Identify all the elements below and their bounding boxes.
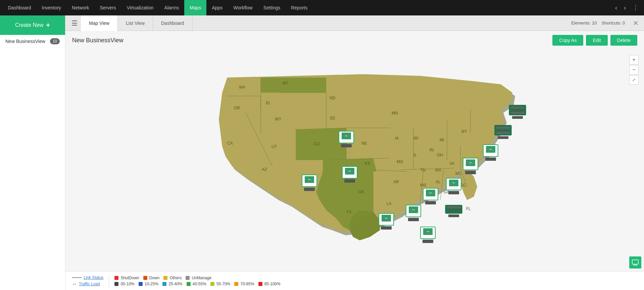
content-area: ☰ Map View List View Dashboard Elements:… <box>65 15 644 290</box>
svg-text:•••: ••• <box>348 170 351 172</box>
svg-text:UT: UT <box>271 144 277 149</box>
svg-text:•••: ••• <box>429 192 432 194</box>
sidebar: Create New + New BusinessView 10 <box>0 15 65 290</box>
zoom-fit-button[interactable]: ⤢ <box>629 75 639 85</box>
nav-servers[interactable]: Servers <box>94 0 121 15</box>
svg-text:•••: ••• <box>308 178 311 181</box>
top-navigation: Dashboard Inventory Network Servers Virt… <box>0 0 644 15</box>
shortcuts-count: 0 <box>623 20 625 26</box>
down-dot <box>143 276 147 280</box>
nav-settings[interactable]: Settings <box>258 0 286 15</box>
svg-text:•••: ••• <box>452 182 455 184</box>
svg-text:AL: AL <box>436 180 441 184</box>
unmanage-label: UnManage <box>192 276 211 280</box>
svg-text:IA: IA <box>395 136 399 141</box>
svg-text:IN: IN <box>430 148 434 152</box>
svg-text:KS: KS <box>365 161 370 166</box>
nav-dashboard[interactable]: Dashboard <box>3 0 37 15</box>
nav-reports[interactable]: Reports <box>286 0 313 15</box>
traffic-0-dot <box>114 282 118 286</box>
svg-text:•••: ••• <box>469 161 472 164</box>
tab-map-view[interactable]: Map View <box>81 15 118 31</box>
others-dot <box>163 276 167 280</box>
svg-text:•••: ••• <box>489 148 492 150</box>
traffic-5-dot <box>234 282 238 286</box>
svg-text:NE: NE <box>361 141 367 146</box>
nav-menu-button[interactable]: ⋮ <box>630 3 641 13</box>
zoom-in-button[interactable]: + <box>629 55 639 64</box>
legend-link-status: Link Status ↔ Traffic Load <box>72 275 103 287</box>
legend-status-col: ShutDown Down Others UnManage 00-10% 10-… <box>114 276 280 286</box>
map-title: New BusinessView <box>72 37 123 44</box>
svg-rect-102 <box>496 127 510 129</box>
nav-forward-button[interactable]: › <box>621 3 629 13</box>
svg-text:CO: CO <box>314 142 320 146</box>
map-header: New BusinessView Copy As Edit Delete <box>65 31 644 48</box>
map-container[interactable]: WA OR CA ID MT WY UT CO AZ SD ND NE KS O… <box>65 48 644 271</box>
shutdown-label: ShutDown <box>120 276 139 280</box>
nav-inventory[interactable]: Inventory <box>37 0 67 15</box>
legend-arrow-icon: ↔ <box>72 281 77 287</box>
svg-rect-76 <box>344 179 355 183</box>
device-ca[interactable]: ••• <box>302 175 317 191</box>
device-mo[interactable]: ••• <box>446 178 461 194</box>
edit-button[interactable]: Edit <box>586 35 607 46</box>
nav-maps[interactable]: Maps <box>184 0 206 15</box>
nav-virtualization[interactable]: Virtualization <box>121 0 159 15</box>
map-actions: Copy As Edit Delete <box>552 35 637 46</box>
device-ga[interactable] <box>445 205 462 217</box>
zoom-out-button[interactable]: − <box>629 65 639 75</box>
shortcuts-label: Shortcuts: <box>602 20 622 26</box>
legend-traffic-row: ↔ Traffic Load <box>72 281 103 287</box>
copy-as-button[interactable]: Copy As <box>552 35 583 46</box>
screen-icon-button[interactable] <box>629 256 641 269</box>
create-new-button[interactable]: Create New + <box>0 15 65 35</box>
tab-close-button[interactable]: ✕ <box>630 18 641 29</box>
svg-text:WY: WY <box>275 117 281 122</box>
device-tn[interactable]: ••• <box>423 188 438 204</box>
device-va[interactable]: ••• <box>463 158 478 174</box>
nav-apps[interactable]: Apps <box>206 0 228 15</box>
svg-rect-119 <box>632 260 638 264</box>
nav-alarms[interactable]: Alarms <box>159 0 185 15</box>
device-tx[interactable]: ••• <box>379 213 394 230</box>
traffic-0-label: 00-10% <box>120 282 134 286</box>
svg-rect-72 <box>304 188 315 191</box>
svg-text:•••: ••• <box>427 230 429 233</box>
svg-text:MO: MO <box>397 159 403 164</box>
nav-network[interactable]: Network <box>66 0 94 15</box>
svg-text:•••: ••• <box>412 208 415 211</box>
create-new-label: Create New <box>15 22 43 28</box>
svg-text:SD: SD <box>330 116 335 120</box>
sidebar-item-businessview[interactable]: New BusinessView 10 <box>0 35 65 48</box>
svg-text:MN: MN <box>392 111 398 115</box>
delete-button[interactable]: Delete <box>610 35 637 46</box>
svg-rect-113 <box>447 209 460 211</box>
device-ne-corner[interactable] <box>509 105 526 119</box>
svg-rect-80 <box>381 226 392 230</box>
svg-rect-108 <box>511 109 524 111</box>
svg-text:ND: ND <box>330 96 336 100</box>
device-ok[interactable]: ••• <box>406 205 421 221</box>
tab-list-view[interactable]: List View <box>118 15 153 31</box>
device-ny[interactable]: ••• <box>483 145 498 161</box>
device-mt[interactable]: ••• <box>339 131 354 147</box>
svg-rect-112 <box>447 206 460 208</box>
nav-workflow[interactable]: Workflow <box>228 0 258 15</box>
tab-dashboard[interactable]: Dashboard <box>153 15 193 31</box>
traffic-1-label: 10-25% <box>145 282 158 286</box>
nav-back-button[interactable]: ‹ <box>612 3 620 13</box>
svg-text:OH: OH <box>437 153 443 157</box>
traffic-2-label: 25-40% <box>168 282 182 286</box>
legend-separator-1 <box>109 274 109 288</box>
svg-rect-118 <box>423 240 433 243</box>
device-la[interactable]: ••• <box>420 227 435 243</box>
zoom-controls: + − ⤢ <box>629 55 639 85</box>
tab-map-view-label: Map View <box>89 20 109 26</box>
svg-text:FL: FL <box>466 206 471 211</box>
hamburger-button[interactable]: ☰ <box>68 18 81 29</box>
device-wy[interactable]: ••• <box>342 166 357 183</box>
svg-text:OR: OR <box>234 106 240 110</box>
legend-link-label: Link Status <box>84 275 103 280</box>
svg-rect-109 <box>511 112 524 114</box>
